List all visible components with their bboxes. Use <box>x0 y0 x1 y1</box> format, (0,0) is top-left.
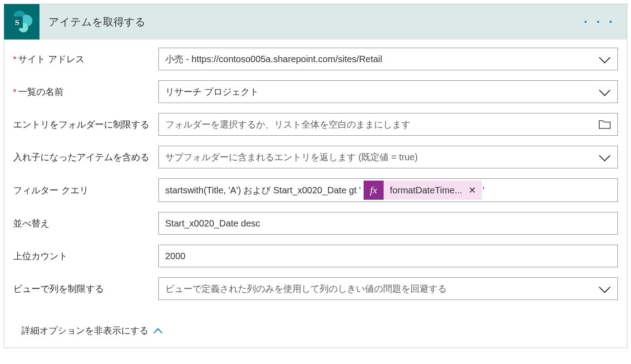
order-by-label: 並べ替え <box>13 217 158 230</box>
fx-icon: fx <box>364 181 384 200</box>
limit-columns-dropdown[interactable]: ビューで定義された列のみを使用して列のしきい値の問題を回避する <box>158 277 618 300</box>
order-by-input[interactable]: Start_x0020_Date desc <box>158 212 618 235</box>
include-nested-dropdown[interactable]: サブフォルダーに含まれるエントリを返します (既定値 = true) <box>158 146 618 168</box>
card-title: アイテムを取得する <box>49 15 146 29</box>
site-address-dropdown[interactable]: 小売 - https://contoso005a.sharepoint.com/… <box>158 48 618 70</box>
folder-picker-icon[interactable] <box>598 119 611 130</box>
chevron-down-icon[interactable] <box>598 85 611 98</box>
site-address-label: *サイト アドレス <box>13 53 158 65</box>
action-card: S アイテムを取得する · · · *サイト アドレス 小売 - https:/… <box>4 4 627 348</box>
top-count-input[interactable]: 2000 <box>158 245 618 267</box>
top-count-label: 上位カウント <box>13 250 158 262</box>
chevron-up-icon <box>155 327 163 335</box>
hide-advanced-options-toggle[interactable]: 詳細オプションを非表示にする <box>21 325 163 337</box>
card-body: *サイト アドレス 小売 - https://contoso005a.share… <box>4 39 627 348</box>
chevron-down-icon[interactable] <box>598 151 611 163</box>
expression-token-label: formatDateTime... <box>390 185 462 196</box>
include-nested-label: 入れ子になったアイテムを含める <box>13 151 158 163</box>
list-name-dropdown[interactable]: リサーチ プロジェクト <box>158 80 618 103</box>
limit-columns-label: ビューで列を制限する <box>13 283 158 295</box>
list-name-label: *一覧の名前 <box>13 86 158 98</box>
expression-token[interactable]: fx formatDateTime... ✕ <box>364 181 482 200</box>
more-options-button[interactable]: · · · <box>584 15 615 28</box>
card-header: S アイテムを取得する · · · <box>4 4 627 39</box>
sharepoint-icon: S <box>4 4 39 39</box>
chevron-down-icon[interactable] <box>598 53 611 65</box>
remove-token-button[interactable]: ✕ <box>468 185 476 196</box>
filter-query-input[interactable]: startswith(Title, 'A') および Start_x0020_D… <box>158 178 618 202</box>
limit-folder-input[interactable]: フォルダーを選択するか、リスト全体を空白のままにします <box>158 113 618 136</box>
chevron-down-icon[interactable] <box>598 282 611 295</box>
filter-query-label: フィルター クエリ <box>13 184 158 197</box>
limit-folder-label: エントリをフォルダーに制限する <box>13 118 158 131</box>
svg-text:S: S <box>15 18 20 27</box>
